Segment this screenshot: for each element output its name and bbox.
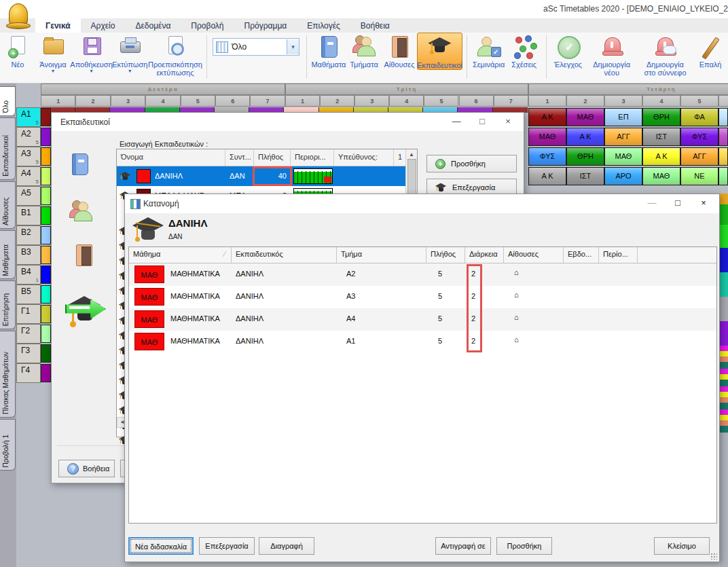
asc-bell-logo-icon[interactable] xyxy=(4,2,31,31)
lesson-row-Α3[interactable]: ΜΑΘΜΑΘΗΜΑΤΙΚΑΔΑΝΙΗΛΑ352⌂ xyxy=(129,286,716,308)
class-row-label-Γ4[interactable]: Γ4 xyxy=(16,363,41,383)
teachers-col-3[interactable]: Πλήθος xyxy=(254,149,291,166)
class-row-label-A2[interactable]: A25 xyxy=(16,127,41,147)
lessons-col-2[interactable]: Εκπαιδευτικός xyxy=(232,247,337,263)
lessons-col-3[interactable]: Τμήμα xyxy=(337,247,426,263)
class-row-label-B2[interactable]: B2 xyxy=(16,225,41,245)
timetable-cell[interactable] xyxy=(41,285,51,304)
nav-person-check-button[interactable]: Σεμινάρια xyxy=(471,33,507,69)
chevron-down-icon[interactable]: ▾ xyxy=(128,69,131,74)
edit-lesson-button[interactable]: Επεξεργασία xyxy=(199,537,255,555)
sidebar-tab-6[interactable]: Πίνακας Μαθημάτων xyxy=(0,331,16,418)
tool-wand-button[interactable]: Επαλή xyxy=(693,33,728,69)
timetable-cell[interactable] xyxy=(41,147,51,166)
timetable-cell[interactable] xyxy=(41,167,51,185)
teachers-dialog-titlebar[interactable]: Εκπαιδευτικοί — □ × xyxy=(52,113,524,131)
teachers-col-5[interactable]: Υπεύθυνος: xyxy=(334,149,394,166)
class-row-label-B1[interactable]: B1 xyxy=(16,206,41,225)
delete-lesson-button[interactable]: Διαγραφή xyxy=(259,537,314,555)
view-selector[interactable]: Όλο▾ xyxy=(213,38,299,56)
timetable-cell[interactable]: ΦΥΣ xyxy=(680,128,718,146)
timetable-cell[interactable]: ΘΡΗ xyxy=(566,147,604,166)
timetable-cell[interactable]: ΜΑΘ xyxy=(604,147,642,166)
timetable-cell[interactable]: ΜΑΘ xyxy=(528,128,566,146)
class-row-label-B3[interactable]: B3 xyxy=(16,245,41,265)
chevron-down-icon[interactable]: ▾ xyxy=(52,69,54,74)
scroll-thumb[interactable] xyxy=(407,159,416,196)
class-row-label-Γ2[interactable]: Γ2 xyxy=(16,324,41,344)
tool-check-seal-button[interactable]: Έλεγχος xyxy=(550,33,585,69)
resize-grip[interactable] xyxy=(710,553,717,560)
teachers-table-header[interactable]: ΌνομαΣυντ...ΠλήθοςΠεριορι...Υπεύθυνος:1 xyxy=(117,149,417,166)
menu-tab-4[interactable]: Προβολή xyxy=(181,18,234,33)
chevron-down-icon[interactable]: ▾ xyxy=(90,69,93,74)
timetable-cell[interactable] xyxy=(41,226,51,244)
help-button[interactable]: ? Βοήθεια xyxy=(58,460,115,477)
sidebar-tab-4[interactable]: Μαθήματα xyxy=(0,230,16,279)
sidebar-tab-3[interactable]: Αίθουσες xyxy=(0,181,16,229)
nav-people-button[interactable]: Τμήματα xyxy=(346,33,382,69)
timetable-cell[interactable]: ΑΓΓ xyxy=(604,128,642,146)
timetable-cell[interactable] xyxy=(41,364,51,382)
teachers-col-2[interactable]: Συντ... xyxy=(225,149,254,166)
class-row-label-A5[interactable]: A5 xyxy=(16,186,41,206)
timetable-cell[interactable] xyxy=(41,344,51,363)
class-row-label-Γ1[interactable]: Γ1 xyxy=(16,304,41,324)
distribution-dialog-titlebar[interactable]: Κατανομή — □ × xyxy=(125,194,719,213)
timetable-cell[interactable]: ΜΑΘ xyxy=(642,167,680,185)
class-row-label-B5[interactable]: B5 xyxy=(16,285,41,304)
file-print-preview-button[interactable]: Προεπισκόπηση εκτύπωσης xyxy=(147,33,202,77)
timetable-cell[interactable]: ΘΡΗ xyxy=(642,108,680,126)
timetable-cell[interactable] xyxy=(718,147,728,166)
timetable-cell[interactable]: ΦΥΣ xyxy=(528,147,566,166)
timetable-cell[interactable] xyxy=(41,305,51,323)
minimize-icon[interactable]: — xyxy=(639,194,665,213)
file-new-doc-button[interactable]: Νέο xyxy=(0,33,35,69)
file-print-button[interactable]: Εκτύπωση▾ xyxy=(112,33,147,74)
copy-to-button[interactable]: Αντιγραφή σε xyxy=(435,537,491,555)
sidebar-tab-2[interactable]: Εκπαιδευτικοί xyxy=(0,117,16,180)
tool-siren-button[interactable]: Δημιουργία νέου xyxy=(585,33,637,77)
class-row-label-A1[interactable]: A15 xyxy=(16,107,41,127)
lessons-col-5[interactable]: Διάρκεια xyxy=(465,247,504,263)
lesson-row-Α2[interactable]: ΜΑΘΜΑΘΗΜΑΤΙΚΑΔΑΝΙΗΛΑ252⌂ xyxy=(129,263,716,286)
timetable-cell[interactable] xyxy=(718,108,728,126)
menu-tab-5[interactable]: Πρόγραμμα xyxy=(234,18,297,33)
nav-molecule-button[interactable]: Σχέσεις xyxy=(507,33,542,69)
timetable-cell[interactable] xyxy=(41,246,51,264)
menu-tab-7[interactable]: Βοήθεια xyxy=(350,18,400,33)
timetable-cell[interactable]: ΦΑ xyxy=(680,108,718,126)
file-open-folder-button[interactable]: Άνοιγμα▾ xyxy=(35,33,71,74)
file-save-floppy-button[interactable]: Αποθήκευση▾ xyxy=(71,33,112,74)
sidebar-tab-1[interactable]: Όλο xyxy=(0,86,16,116)
close-icon[interactable]: × xyxy=(691,194,716,213)
scroll-up-icon[interactable]: ▲ xyxy=(406,149,417,158)
teachers-col-6[interactable]: 1 xyxy=(394,149,406,166)
menu-tab-2[interactable]: Αρχείο xyxy=(81,18,126,33)
add-button[interactable]: Προσθήκη xyxy=(496,537,552,555)
lessons-col-8[interactable]: Περίο... xyxy=(599,247,638,263)
lessons-col-7[interactable]: Εβδο... xyxy=(564,247,599,263)
timetable-cell[interactable]: Α Κ xyxy=(566,128,604,146)
timetable-cell[interactable]: Α Κ xyxy=(642,147,680,166)
timetable-cell[interactable]: ΙΣΤ xyxy=(566,167,604,185)
timetable-cell[interactable]: ΕΠ xyxy=(604,108,642,126)
lesson-row-Α4[interactable]: ΜΑΘΜΑΘΗΜΑΤΙΚΑΔΑΝΙΗΛΑ452⌂ xyxy=(129,308,716,331)
lessons-table-header[interactable]: Μάθημα ∕ΕκπαιδευτικόςΤμήμαΠλήθοςΔιάρκεια… xyxy=(129,247,716,263)
timetable-cell[interactable]: ΑΓΓ xyxy=(680,147,718,166)
chevron-down-icon[interactable]: ▾ xyxy=(287,39,299,54)
teacher-row-ΔΑΝΙΗΛ[interactable]: ΔΑΝΙΗΛΔΑΝ40 xyxy=(117,166,406,186)
teachers-col-1[interactable]: Όνομα xyxy=(117,149,225,166)
nav-grad-cap-button[interactable]: Εκπαιδευτικοί xyxy=(417,33,462,70)
lessons-col-6[interactable]: Αίθουσες xyxy=(504,247,564,263)
lesson-row-Α1[interactable]: ΜΑΘΜΑΘΗΜΑΤΙΚΑΔΑΝΙΗΛΑ152⌂ xyxy=(129,331,716,353)
sidebar-tab-5[interactable]: Επιτήρηση xyxy=(0,280,16,329)
timetable-cell[interactable]: ΑΡΟ xyxy=(604,167,642,185)
timetable-cell[interactable]: Α Κ xyxy=(528,108,566,126)
nav-book-button[interactable]: Μαθήματα xyxy=(311,33,346,69)
timetable-cell[interactable] xyxy=(41,266,51,284)
class-row-label-B4[interactable]: B41 xyxy=(16,265,41,285)
timetable-cell[interactable]: ΝΕ xyxy=(680,167,718,185)
timetable-cell[interactable] xyxy=(41,187,51,205)
timetable-cell[interactable]: ΜΑΘ xyxy=(566,108,604,126)
